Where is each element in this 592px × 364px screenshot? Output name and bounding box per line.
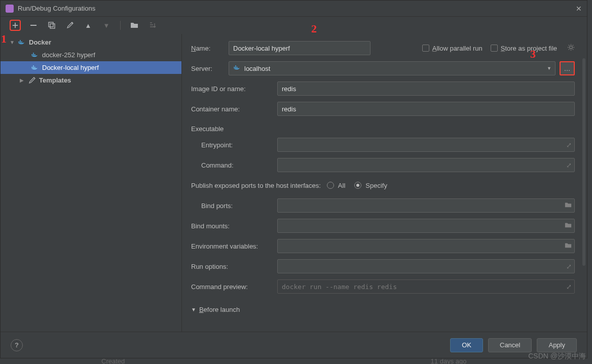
copy-config-button[interactable]: [46, 20, 57, 31]
tree-group-label: Docker: [29, 38, 51, 46]
expand-icon[interactable]: ⤢: [566, 283, 572, 291]
scrollbar[interactable]: [582, 58, 585, 266]
svg-rect-18: [235, 67, 236, 68]
folder-icon[interactable]: [565, 222, 572, 230]
add-config-button[interactable]: [10, 20, 21, 31]
publish-specify-label: Specify: [365, 182, 387, 189]
run-options-label: Run options:: [191, 263, 277, 270]
expand-icon[interactable]: ⤢: [566, 263, 572, 270]
svg-rect-13: [33, 67, 34, 68]
allow-parallel-checkbox[interactable]: Allow parallel run: [422, 45, 483, 52]
run-options-input[interactable]: [277, 259, 575, 273]
app-icon: [6, 5, 14, 13]
background-strip: Created 11 days ago: [101, 357, 466, 364]
cmd-preview-field: docker run --name redis redis: [277, 279, 575, 294]
env-input[interactable]: [277, 239, 575, 253]
store-as-project-checkbox[interactable]: Store as project file: [491, 45, 557, 52]
chevron-down-icon: ▼: [10, 39, 16, 45]
ok-button[interactable]: OK: [450, 338, 483, 352]
svg-rect-7: [20, 40, 21, 41]
svg-rect-1: [49, 22, 53, 27]
publish-all-radio[interactable]: [327, 182, 334, 189]
tree-item-docker-local[interactable]: Docker-local hyperf: [1, 61, 181, 74]
close-icon[interactable]: ✕: [576, 5, 582, 13]
tree-templates[interactable]: ▶ Templates: [1, 74, 181, 87]
entrypoint-label: Entrypoint:: [191, 141, 277, 149]
gear-icon[interactable]: [567, 44, 575, 53]
svg-rect-17: [234, 67, 235, 68]
docker-icon: [18, 38, 26, 47]
svg-rect-20: [235, 65, 236, 66]
server-browse-button[interactable]: …: [560, 61, 575, 75]
bind-ports-label: Bind ports:: [191, 202, 277, 210]
container-label: Container name:: [191, 105, 277, 113]
docker-icon: [31, 64, 39, 72]
templates-label: Templates: [39, 76, 71, 84]
command-input[interactable]: [277, 158, 575, 172]
apply-button[interactable]: Apply: [537, 338, 577, 352]
expand-icon[interactable]: ⤢: [566, 161, 572, 169]
svg-rect-11: [33, 53, 34, 54]
env-label: Environment variables:: [191, 242, 277, 250]
svg-rect-2: [50, 24, 55, 28]
dialog-footer: ? OK Cancel Apply: [1, 332, 587, 358]
publish-label: Publish exposed ports to the host interf…: [191, 182, 321, 189]
edit-templates-button[interactable]: [64, 20, 76, 31]
bind-mounts-input[interactable]: [277, 219, 575, 233]
bind-ports-input[interactable]: [277, 198, 575, 213]
tree-item-label: Docker-local hyperf: [42, 64, 99, 71]
command-label: Command:: [191, 161, 277, 169]
server-label: Server:: [191, 65, 229, 72]
remove-config-button[interactable]: [28, 20, 39, 31]
run-config-dialog: Run/Debug Configurations ✕ ▲ ▼: [0, 0, 587, 358]
publish-specify-radio[interactable]: [354, 182, 361, 189]
config-form: NName:ame: Allow parallel run Store as p…: [182, 34, 587, 332]
publish-all-label: All: [338, 182, 345, 189]
svg-rect-4: [18, 42, 19, 43]
folder-icon[interactable]: [565, 202, 572, 210]
entrypoint-input[interactable]: [277, 138, 575, 152]
cancel-button[interactable]: Cancel: [488, 338, 532, 352]
sidebar-toolbar: ▲ ▼: [1, 17, 164, 34]
config-tree[interactable]: ▼ Docker docker-252 hyperf Docker-local …: [1, 34, 182, 332]
image-input[interactable]: [277, 82, 575, 96]
checkbox-icon: [491, 45, 498, 52]
svg-rect-19: [237, 67, 238, 68]
svg-rect-0: [30, 25, 36, 26]
svg-rect-9: [33, 54, 34, 55]
folder-button[interactable]: [129, 20, 140, 31]
server-value: localhost: [244, 65, 270, 72]
help-button[interactable]: ?: [11, 339, 23, 351]
server-dropdown[interactable]: localhost ▼: [229, 61, 556, 75]
svg-rect-14: [34, 67, 35, 68]
folder-icon[interactable]: [565, 242, 572, 250]
executable-header: Executable: [191, 125, 575, 133]
svg-rect-12: [31, 67, 32, 68]
svg-point-16: [570, 46, 573, 49]
name-input[interactable]: [229, 41, 371, 55]
before-launch-section[interactable]: ▼ Before launch: [191, 306, 575, 313]
sort-button[interactable]: [147, 20, 158, 31]
docker-icon: [233, 65, 241, 72]
svg-rect-10: [34, 54, 35, 55]
bind-mounts-label: Bind mounts:: [191, 222, 277, 230]
toolbar-separator: [120, 21, 121, 30]
tree-item-label: docker-252 hyperf: [42, 51, 95, 59]
expand-icon[interactable]: ⤢: [566, 141, 572, 149]
svg-rect-8: [31, 54, 32, 55]
svg-rect-5: [20, 42, 21, 43]
svg-rect-15: [33, 65, 34, 66]
tree-group-docker[interactable]: ▼ Docker: [1, 36, 181, 49]
chevron-down-icon: ▼: [191, 307, 196, 312]
move-up-button[interactable]: ▲: [83, 20, 94, 31]
svg-rect-6: [21, 42, 22, 43]
name-label: NName:ame:: [191, 45, 229, 52]
window-title: Run/Debug Configurations: [18, 5, 95, 12]
container-input[interactable]: [277, 102, 575, 116]
chevron-right-icon: ▶: [20, 77, 26, 83]
cmd-preview-label: Command preview:: [191, 283, 277, 291]
svg-point-3: [71, 22, 72, 23]
move-down-button[interactable]: ▼: [101, 20, 112, 31]
titlebar: Run/Debug Configurations ✕: [1, 1, 587, 17]
tree-item-docker-252[interactable]: docker-252 hyperf: [1, 49, 181, 61]
